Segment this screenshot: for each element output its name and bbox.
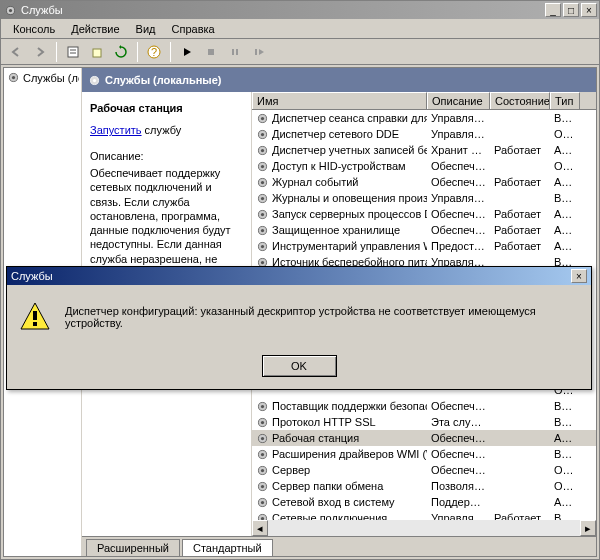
service-name-cell: Сетевые подключения [252, 512, 427, 521]
service-name-cell: Запуск серверных процессов DCOM [252, 208, 427, 221]
app-icon [3, 3, 17, 17]
service-row[interactable]: Журналы и оповещения производите...Управ… [252, 190, 596, 206]
service-row[interactable]: Сервер папки обменаПозволяе...Откл [252, 478, 596, 494]
ok-button[interactable]: OK [262, 355, 337, 377]
menu-action[interactable]: Действие [63, 21, 127, 37]
service-row[interactable]: Сетевой вход в системуПоддерж...Авто [252, 494, 596, 510]
tab-extended[interactable]: Расширенный [86, 539, 180, 556]
start-button[interactable] [176, 41, 198, 63]
service-name-cell: Сетевой вход в систему [252, 496, 427, 509]
svg-point-25 [261, 180, 264, 183]
stop-button[interactable] [200, 41, 222, 63]
maximize-button[interactable]: □ [563, 3, 579, 17]
service-row[interactable]: Доступ к HID-устройствамОбеспечи...Откл [252, 158, 596, 174]
service-state-cell: Работает [490, 240, 550, 252]
scroll-left-button[interactable]: ◂ [252, 520, 268, 536]
selected-service-name: Рабочая станция [90, 102, 243, 114]
service-row[interactable]: Рабочая станцияОбеспечи...Авто [252, 430, 596, 446]
menu-console[interactable]: Консоль [5, 21, 63, 37]
menubar: Консоль Действие Вид Справка [1, 19, 599, 39]
service-desc-cell: Предоста... [427, 240, 490, 252]
service-type-cell: Вруч [550, 448, 580, 460]
service-desc-cell: Обеспечи... [427, 400, 490, 412]
export-button[interactable] [86, 41, 108, 63]
menu-help[interactable]: Справка [164, 21, 223, 37]
service-row[interactable]: Поставщик поддержки безопасности...Обесп… [252, 398, 596, 414]
service-row[interactable]: Инструментарий управления WindowsПредост… [252, 238, 596, 254]
service-row[interactable]: Диспетчер сеанса справки для удале...Упр… [252, 110, 596, 126]
service-type-cell: Авто [550, 432, 580, 444]
svg-point-35 [261, 260, 264, 263]
service-icon [256, 400, 269, 413]
help-button[interactable]: ? [143, 41, 165, 63]
service-type-cell: Авто [550, 208, 580, 220]
refresh-button[interactable] [110, 41, 132, 63]
pane-header: Службы (локальные) [82, 68, 596, 92]
tree-item-services[interactable]: Службы (лок [6, 70, 79, 85]
svg-point-41 [261, 404, 264, 407]
service-state-cell: Работает [490, 512, 550, 520]
back-button[interactable] [5, 41, 27, 63]
service-icon [256, 144, 269, 157]
service-desc-cell: Управляе... [427, 512, 490, 520]
service-row[interactable]: Расширения драйверов WMI (Window...Обесп… [252, 446, 596, 462]
svg-point-43 [261, 420, 264, 423]
col-state[interactable]: Состояние [490, 92, 550, 109]
error-dialog: Службы × Диспетчер конфигураций: указанн… [6, 266, 592, 390]
svg-point-13 [12, 76, 15, 79]
service-row[interactable]: Диспетчер сетевого DDEУправляе...Откл [252, 126, 596, 142]
dialog-close-button[interactable]: × [571, 269, 587, 283]
menu-view[interactable]: Вид [128, 21, 164, 37]
service-icon [256, 480, 269, 493]
service-name-cell: Сервер папки обмена [252, 480, 427, 493]
service-row[interactable]: Сетевые подключенияУправляе...РаботаетВр… [252, 510, 596, 520]
svg-point-45 [261, 436, 264, 439]
restart-button[interactable] [248, 41, 270, 63]
col-type[interactable]: Тип [550, 92, 580, 109]
service-desc-cell: Обеспечи... [427, 208, 490, 220]
svg-rect-2 [68, 47, 78, 57]
service-icon [256, 224, 269, 237]
pause-button[interactable] [224, 41, 246, 63]
minimize-button[interactable]: _ [545, 3, 561, 17]
service-type-cell: Вруч [550, 400, 580, 412]
service-desc-cell: Обеспечи... [427, 432, 490, 444]
service-desc-cell: Позволяе... [427, 480, 490, 492]
svg-point-31 [261, 228, 264, 231]
forward-button[interactable] [29, 41, 51, 63]
svg-rect-62 [33, 311, 37, 320]
service-name-cell: Протокол HTTP SSL [252, 416, 427, 429]
service-row[interactable]: Запуск серверных процессов DCOMОбеспечи.… [252, 206, 596, 222]
col-name[interactable]: Имя [252, 92, 427, 109]
service-desc-cell: Управляе... [427, 128, 490, 140]
service-desc-cell: Обеспечи... [427, 224, 490, 236]
start-link[interactable]: Запустить [90, 124, 142, 136]
service-name-cell: Защищенное хранилище [252, 224, 427, 237]
scroll-right-button[interactable]: ▸ [580, 520, 596, 536]
service-icon [256, 448, 269, 461]
svg-point-1 [8, 8, 11, 11]
start-suffix: службу [142, 124, 182, 136]
service-row[interactable]: Диспетчер учетных записей безопас...Хран… [252, 142, 596, 158]
col-description[interactable]: Описание [427, 92, 490, 109]
service-name-cell: Доступ к HID-устройствам [252, 160, 427, 173]
titlebar[interactable]: Службы _ □ × [1, 1, 599, 19]
list-header: Имя Описание Состояние Тип [252, 92, 596, 110]
dialog-titlebar[interactable]: Службы × [7, 267, 591, 285]
service-row[interactable]: Протокол HTTP SSLЭта служ...Вруч [252, 414, 596, 430]
service-state-cell: Работает [490, 176, 550, 188]
service-row[interactable]: СерверОбеспечи...Откл [252, 462, 596, 478]
service-row[interactable]: Журнал событийОбеспечи...РаботаетАвто [252, 174, 596, 190]
tab-standard[interactable]: Стандартный [182, 539, 273, 556]
toolbar: ? [1, 39, 599, 65]
service-state-cell: Работает [490, 208, 550, 220]
service-name-cell: Журнал событий [252, 176, 427, 189]
service-row[interactable]: Защищенное хранилищеОбеспечи...РаботаетА… [252, 222, 596, 238]
close-button[interactable]: × [581, 3, 597, 17]
service-type-cell: Вруч [550, 192, 580, 204]
horizontal-scrollbar[interactable]: ◂ ▸ [252, 520, 596, 536]
service-desc-cell: Обеспечи... [427, 176, 490, 188]
scroll-track[interactable] [268, 520, 580, 536]
service-type-cell: Авто [550, 240, 580, 252]
properties-button[interactable] [62, 41, 84, 63]
